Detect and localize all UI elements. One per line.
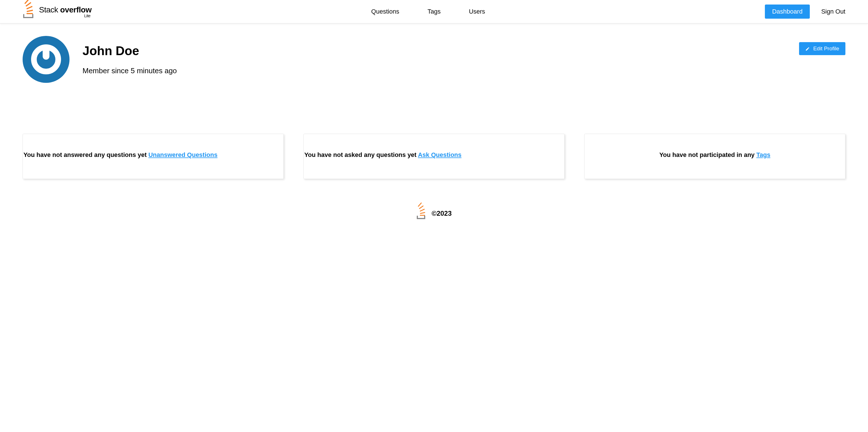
answers-card-text: You have not answered any questions yet — [24, 151, 148, 158]
avatar — [23, 36, 69, 83]
edit-profile-label: Edit Profile — [813, 46, 839, 52]
ask-questions-link[interactable]: Ask Questions — [418, 151, 461, 158]
stackoverflow-icon — [23, 4, 37, 19]
stackoverflow-icon — [416, 207, 429, 220]
unanswered-questions-link[interactable]: Unanswered Questions — [148, 151, 218, 158]
edit-profile-button[interactable]: Edit Profile — [799, 42, 845, 55]
tags-card: You have not participated in any Tags — [584, 134, 845, 179]
signout-link[interactable]: Sign Out — [821, 8, 845, 15]
answers-card: You have not answered any questions yet … — [23, 134, 284, 179]
profile-info: John Doe Member since 5 minutes ago — [83, 44, 177, 75]
pencil-icon — [805, 46, 810, 51]
questions-card: You have not asked any questions yet Ask… — [304, 134, 564, 179]
logo-text: Stack overflow Lite — [39, 5, 92, 18]
copyright: ©2023 — [431, 209, 452, 218]
questions-card-text: You have not asked any questions yet — [304, 151, 418, 158]
tags-link[interactable]: Tags — [756, 151, 771, 158]
tags-card-text: You have not participated in any — [659, 151, 756, 158]
site-footer: ©2023 — [0, 179, 868, 225]
site-header: Stack overflow Lite Questions Tags Users… — [0, 0, 868, 24]
nav-right: Dashboard Sign Out — [765, 4, 845, 19]
profile-left: John Doe Member since 5 minutes ago — [23, 36, 177, 83]
profile-name: John Doe — [83, 44, 177, 58]
nav-questions[interactable]: Questions — [371, 8, 399, 15]
profile-section: John Doe Member since 5 minutes ago Edit… — [0, 24, 868, 83]
dashboard-button[interactable]: Dashboard — [765, 4, 810, 19]
stats-cards: You have not answered any questions yet … — [0, 83, 868, 179]
nav-tags[interactable]: Tags — [428, 8, 440, 15]
site-logo[interactable]: Stack overflow Lite — [23, 4, 92, 19]
member-since: Member since 5 minutes ago — [83, 66, 177, 75]
nav-users[interactable]: Users — [469, 8, 485, 15]
main-nav: Questions Tags Users — [371, 8, 485, 15]
